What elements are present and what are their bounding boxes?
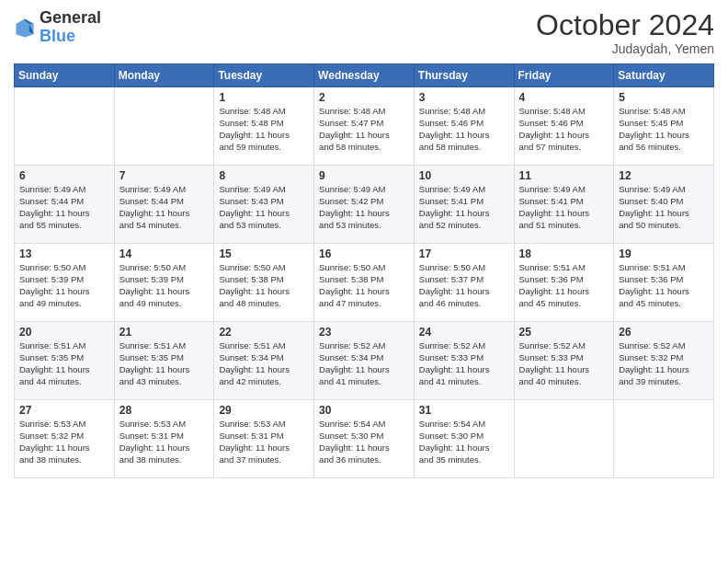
day-info: Sunrise: 5:48 AM Sunset: 5:47 PM Dayligh… bbox=[319, 106, 409, 153]
svg-marker-0 bbox=[16, 18, 33, 37]
day-number: 27 bbox=[19, 404, 109, 417]
day-info: Sunrise: 5:50 AM Sunset: 5:38 PM Dayligh… bbox=[319, 262, 409, 309]
day-info: Sunrise: 5:51 AM Sunset: 5:36 PM Dayligh… bbox=[519, 262, 609, 309]
day-cell: 5Sunrise: 5:48 AM Sunset: 5:45 PM Daylig… bbox=[614, 87, 714, 166]
day-cell: 7Sunrise: 5:49 AM Sunset: 5:44 PM Daylig… bbox=[114, 166, 214, 244]
day-number: 25 bbox=[519, 326, 609, 339]
weekday-row: Sunday Monday Tuesday Wednesday Thursday… bbox=[15, 64, 714, 87]
day-number: 7 bbox=[119, 169, 210, 182]
subtitle: Judaydah, Yemen bbox=[536, 41, 714, 56]
day-number: 19 bbox=[619, 247, 709, 260]
day-cell: 13Sunrise: 5:50 AM Sunset: 5:39 PM Dayli… bbox=[15, 244, 115, 322]
day-cell: 1Sunrise: 5:48 AM Sunset: 5:48 PM Daylig… bbox=[214, 87, 314, 166]
day-cell: 12Sunrise: 5:49 AM Sunset: 5:40 PM Dayli… bbox=[614, 166, 714, 244]
day-number: 28 bbox=[119, 404, 210, 417]
day-cell bbox=[114, 87, 214, 166]
day-info: Sunrise: 5:52 AM Sunset: 5:34 PM Dayligh… bbox=[319, 340, 409, 387]
page: General Blue October 2024 Judaydah, Yeme… bbox=[0, 0, 728, 563]
day-number: 31 bbox=[419, 404, 509, 417]
day-cell: 6Sunrise: 5:49 AM Sunset: 5:44 PM Daylig… bbox=[15, 166, 115, 244]
day-number: 21 bbox=[119, 326, 210, 339]
th-thursday: Thursday bbox=[414, 64, 514, 87]
day-cell: 9Sunrise: 5:49 AM Sunset: 5:42 PM Daylig… bbox=[314, 166, 415, 244]
day-info: Sunrise: 5:51 AM Sunset: 5:36 PM Dayligh… bbox=[619, 262, 709, 309]
calendar-header: Sunday Monday Tuesday Wednesday Thursday… bbox=[15, 64, 714, 87]
th-sunday: Sunday bbox=[15, 64, 115, 87]
day-number: 14 bbox=[119, 247, 210, 260]
day-cell: 22Sunrise: 5:51 AM Sunset: 5:34 PM Dayli… bbox=[214, 322, 314, 400]
logo-line2: Blue bbox=[40, 28, 101, 46]
day-number: 22 bbox=[219, 326, 309, 339]
logo-text: General Blue bbox=[40, 9, 101, 46]
title-section: October 2024 Judaydah, Yemen bbox=[536, 9, 714, 56]
day-cell: 17Sunrise: 5:50 AM Sunset: 5:37 PM Dayli… bbox=[414, 244, 514, 322]
day-cell: 28Sunrise: 5:53 AM Sunset: 5:31 PM Dayli… bbox=[114, 400, 214, 478]
day-cell: 10Sunrise: 5:49 AM Sunset: 5:41 PM Dayli… bbox=[414, 166, 514, 244]
day-info: Sunrise: 5:52 AM Sunset: 5:33 PM Dayligh… bbox=[419, 340, 509, 387]
day-info: Sunrise: 5:52 AM Sunset: 5:32 PM Dayligh… bbox=[619, 340, 709, 387]
day-info: Sunrise: 5:50 AM Sunset: 5:39 PM Dayligh… bbox=[19, 262, 109, 309]
day-cell: 23Sunrise: 5:52 AM Sunset: 5:34 PM Dayli… bbox=[314, 322, 415, 400]
day-cell: 31Sunrise: 5:54 AM Sunset: 5:30 PM Dayli… bbox=[414, 400, 514, 478]
th-monday: Monday bbox=[114, 64, 214, 87]
day-number: 17 bbox=[419, 247, 509, 260]
week-row-3: 20Sunrise: 5:51 AM Sunset: 5:35 PM Dayli… bbox=[15, 322, 714, 400]
calendar-body: 1Sunrise: 5:48 AM Sunset: 5:48 PM Daylig… bbox=[15, 87, 714, 478]
day-number: 29 bbox=[219, 404, 309, 417]
day-info: Sunrise: 5:49 AM Sunset: 5:42 PM Dayligh… bbox=[319, 184, 409, 231]
day-info: Sunrise: 5:51 AM Sunset: 5:35 PM Dayligh… bbox=[19, 340, 109, 387]
day-cell: 29Sunrise: 5:53 AM Sunset: 5:31 PM Dayli… bbox=[214, 400, 314, 478]
day-number: 8 bbox=[219, 169, 309, 182]
day-number: 16 bbox=[319, 247, 409, 260]
day-number: 5 bbox=[619, 91, 709, 104]
day-cell: 11Sunrise: 5:49 AM Sunset: 5:41 PM Dayli… bbox=[514, 166, 614, 244]
day-info: Sunrise: 5:52 AM Sunset: 5:33 PM Dayligh… bbox=[519, 340, 609, 387]
logo-line1: General bbox=[40, 9, 101, 28]
day-cell: 26Sunrise: 5:52 AM Sunset: 5:32 PM Dayli… bbox=[614, 322, 714, 400]
day-number: 9 bbox=[319, 169, 409, 182]
day-cell: 21Sunrise: 5:51 AM Sunset: 5:35 PM Dayli… bbox=[114, 322, 214, 400]
day-info: Sunrise: 5:50 AM Sunset: 5:38 PM Dayligh… bbox=[219, 262, 309, 309]
day-info: Sunrise: 5:53 AM Sunset: 5:31 PM Dayligh… bbox=[119, 419, 210, 465]
day-number: 30 bbox=[319, 404, 409, 417]
day-cell: 4Sunrise: 5:48 AM Sunset: 5:46 PM Daylig… bbox=[514, 87, 614, 166]
th-tuesday: Tuesday bbox=[214, 64, 314, 87]
day-number: 15 bbox=[219, 247, 309, 260]
day-info: Sunrise: 5:51 AM Sunset: 5:35 PM Dayligh… bbox=[119, 340, 210, 387]
day-cell: 2Sunrise: 5:48 AM Sunset: 5:47 PM Daylig… bbox=[314, 87, 415, 166]
day-cell bbox=[514, 400, 614, 478]
week-row-0: 1Sunrise: 5:48 AM Sunset: 5:48 PM Daylig… bbox=[15, 87, 714, 166]
day-info: Sunrise: 5:53 AM Sunset: 5:32 PM Dayligh… bbox=[19, 419, 109, 465]
week-row-2: 13Sunrise: 5:50 AM Sunset: 5:39 PM Dayli… bbox=[15, 244, 714, 322]
day-number: 13 bbox=[19, 247, 109, 260]
th-wednesday: Wednesday bbox=[314, 64, 415, 87]
day-info: Sunrise: 5:50 AM Sunset: 5:37 PM Dayligh… bbox=[419, 262, 509, 309]
day-number: 12 bbox=[619, 169, 709, 182]
day-cell bbox=[614, 400, 714, 478]
day-number: 11 bbox=[519, 169, 609, 182]
header: General Blue October 2024 Judaydah, Yeme… bbox=[14, 9, 714, 56]
day-cell: 30Sunrise: 5:54 AM Sunset: 5:30 PM Dayli… bbox=[314, 400, 415, 478]
logo-icon bbox=[14, 17, 36, 39]
logo: General Blue bbox=[14, 9, 101, 46]
day-info: Sunrise: 5:49 AM Sunset: 5:44 PM Dayligh… bbox=[19, 184, 109, 231]
day-cell: 25Sunrise: 5:52 AM Sunset: 5:33 PM Dayli… bbox=[514, 322, 614, 400]
day-number: 23 bbox=[319, 326, 409, 339]
day-info: Sunrise: 5:49 AM Sunset: 5:41 PM Dayligh… bbox=[519, 184, 609, 231]
day-info: Sunrise: 5:53 AM Sunset: 5:31 PM Dayligh… bbox=[219, 419, 309, 465]
th-friday: Friday bbox=[514, 64, 614, 87]
day-number: 10 bbox=[419, 169, 509, 182]
week-row-4: 27Sunrise: 5:53 AM Sunset: 5:32 PM Dayli… bbox=[15, 400, 714, 478]
day-info: Sunrise: 5:49 AM Sunset: 5:40 PM Dayligh… bbox=[619, 184, 709, 231]
day-info: Sunrise: 5:48 AM Sunset: 5:46 PM Dayligh… bbox=[519, 106, 609, 153]
day-number: 4 bbox=[519, 91, 609, 104]
th-saturday: Saturday bbox=[614, 64, 714, 87]
day-number: 18 bbox=[519, 247, 609, 260]
day-info: Sunrise: 5:48 AM Sunset: 5:46 PM Dayligh… bbox=[419, 106, 509, 153]
day-number: 20 bbox=[19, 326, 109, 339]
day-number: 24 bbox=[419, 326, 509, 339]
day-number: 26 bbox=[619, 326, 709, 339]
day-cell: 24Sunrise: 5:52 AM Sunset: 5:33 PM Dayli… bbox=[414, 322, 514, 400]
day-cell: 16Sunrise: 5:50 AM Sunset: 5:38 PM Dayli… bbox=[314, 244, 415, 322]
day-info: Sunrise: 5:54 AM Sunset: 5:30 PM Dayligh… bbox=[419, 419, 509, 465]
